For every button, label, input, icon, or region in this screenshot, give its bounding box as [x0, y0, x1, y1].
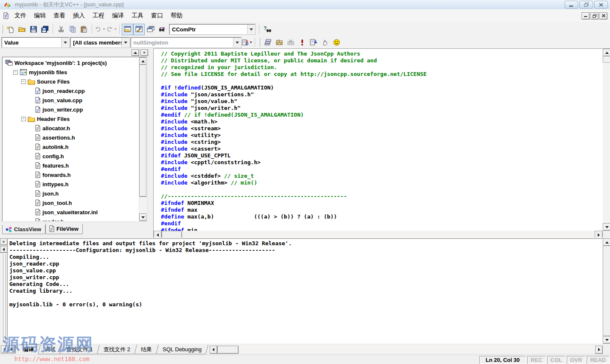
combo-dropdown-button[interactable] [121, 38, 129, 47]
menu-帮助[interactable]: 帮助 [167, 10, 186, 21]
go-button[interactable] [308, 37, 319, 48]
menu-编译[interactable]: 编译 [108, 10, 128, 21]
tree-item[interactable]: json_value.cpp [3, 95, 139, 105]
output-tab-1[interactable]: 调试 [38, 344, 62, 354]
scroll-up-button[interactable] [139, 57, 147, 65]
scroll-right-button[interactable] [595, 346, 603, 354]
scroll-down-button[interactable] [603, 336, 610, 344]
tree-item[interactable]: json_writer.cpp [3, 105, 139, 114]
wizard-actions-button[interactable] [241, 37, 253, 48]
scrollbar-track[interactable] [603, 63, 610, 224]
dropdown-arrow-icon[interactable] [250, 42, 252, 43]
mdi-minimize-button[interactable] [582, 12, 590, 20]
editor-vscrollbar[interactable] [603, 49, 610, 231]
output-tab-2[interactable]: 查找文件 1 [60, 344, 100, 354]
tree-item[interactable]: Workspace 'myjsonlib': 1 project(s) [3, 58, 139, 67]
tab-scroll-right-button[interactable] [8, 345, 16, 353]
scroll-left-button[interactable] [210, 346, 217, 354]
scrollbar-thumb[interactable] [139, 64, 147, 197]
mdi-restore-button[interactable] [590, 12, 599, 20]
menu-插入[interactable]: 插入 [69, 10, 89, 21]
tree-scrollbar[interactable] [139, 57, 146, 221]
tree-item[interactable]: features.h [3, 161, 139, 170]
member-combobox[interactable]: nullSingleton [131, 37, 241, 48]
vertical-splitter[interactable] [149, 48, 153, 238]
paste-button[interactable] [78, 24, 90, 35]
smiley-button[interactable] [331, 37, 342, 48]
compile-button[interactable] [262, 37, 273, 48]
tree-item[interactable]: json_tool.h [3, 198, 139, 207]
cut-button[interactable] [55, 24, 67, 35]
combo-dropdown-button[interactable] [61, 38, 69, 47]
output-hscrollbar[interactable] [210, 346, 603, 353]
scrollbar-thumb[interactable] [217, 346, 239, 354]
menu-文件[interactable]: 文件 [11, 10, 30, 21]
collapse-box[interactable]: − [21, 117, 26, 121]
tree-item[interactable]: forwards.h [3, 170, 139, 179]
workspace-gripper[interactable]: × [1, 49, 148, 56]
tree-item[interactable]: config.h [3, 151, 139, 161]
tree-item[interactable]: autolink.h [3, 142, 139, 151]
save-all-button[interactable] [39, 24, 51, 35]
output-vscrollbar[interactable] [603, 238, 610, 344]
stop-build-button[interactable] [285, 37, 296, 48]
combo-dropdown-button[interactable] [233, 38, 241, 47]
menu-查看[interactable]: 查看 [50, 10, 69, 21]
tree-item[interactable]: json_reader.cpp [3, 86, 139, 95]
save-file-button[interactable] [28, 24, 39, 35]
output-tab-4[interactable]: 结果 [135, 344, 159, 354]
toolbar-grip[interactable] [2, 25, 3, 34]
window-list-button[interactable] [145, 24, 156, 35]
dropdown-arrow-icon[interactable] [114, 28, 117, 30]
scroll-down-button[interactable] [603, 223, 610, 231]
dropdown-arrow-icon[interactable] [103, 28, 105, 30]
filter-combobox[interactable]: [All class members] [70, 37, 129, 48]
output-collapse-button[interactable] [0, 246, 8, 253]
code-area[interactable]: // Copyright 2011 Baptiste Lepilleur and… [154, 49, 603, 231]
workspace-close-button[interactable]: × [141, 49, 148, 56]
collapse-box[interactable]: − [21, 79, 26, 84]
tree-item[interactable]: reader.h [3, 217, 139, 221]
tree-item[interactable]: −Source Files [3, 77, 139, 86]
tree-item[interactable]: json_valueiterator.inl [3, 207, 139, 217]
scrollbar-thumb[interactable] [603, 246, 610, 336]
toolbar-grip[interactable] [259, 38, 260, 47]
document-system-icon[interactable] [3, 12, 9, 19]
tree-item[interactable]: json.h [3, 189, 139, 198]
tab-fileview[interactable]: FileView [45, 224, 83, 234]
output-tab-0[interactable]: 编译 [17, 344, 41, 354]
open-file-button[interactable] [16, 24, 28, 35]
restore-button[interactable] [579, 1, 593, 8]
build-output-text[interactable]: Deleting intermediate files and output f… [7, 238, 603, 344]
menu-窗口[interactable]: 窗口 [147, 10, 167, 21]
find-combobox[interactable]: CComPtr [169, 24, 255, 34]
collapse-box[interactable]: − [13, 70, 18, 75]
output-gripper[interactable]: × [0, 238, 7, 343]
new-file-button[interactable] [5, 24, 16, 35]
tree-item[interactable]: allocator.h [3, 123, 139, 133]
find-combo-button[interactable] [156, 24, 168, 35]
output-tab-3[interactable]: 查找文件 2 [97, 344, 137, 354]
breakpoint-button[interactable] [319, 37, 331, 48]
tab-scroll-left-button[interactable] [1, 345, 8, 353]
scroll-up-button[interactable] [603, 238, 610, 246]
search-in-files-button[interactable]: ? [261, 24, 273, 35]
execute-program-button[interactable] [296, 37, 308, 48]
output-close-button[interactable]: × [0, 238, 8, 245]
scrollbar-track[interactable] [239, 346, 595, 353]
mdi-close-button[interactable] [599, 12, 607, 20]
build-button[interactable] [273, 37, 285, 48]
scroll-up-button[interactable] [603, 49, 610, 56]
output-toggle-button[interactable] [133, 24, 145, 35]
scrollbar-thumb[interactable] [603, 56, 610, 63]
menu-工具[interactable]: 工具 [128, 10, 147, 21]
minimize-button[interactable] [565, 1, 578, 8]
workspace-toggle-button[interactable] [122, 24, 133, 35]
close-button[interactable] [594, 1, 608, 8]
code-editor[interactable]: // Copyright 2011 Baptiste Lepilleur and… [153, 48, 610, 238]
class-combobox[interactable]: Value [2, 37, 69, 48]
redo-button[interactable] [106, 24, 117, 35]
workspace-collapse-button[interactable] [132, 49, 139, 56]
combo-dropdown-button[interactable] [247, 25, 255, 34]
undo-button[interactable] [94, 24, 106, 35]
